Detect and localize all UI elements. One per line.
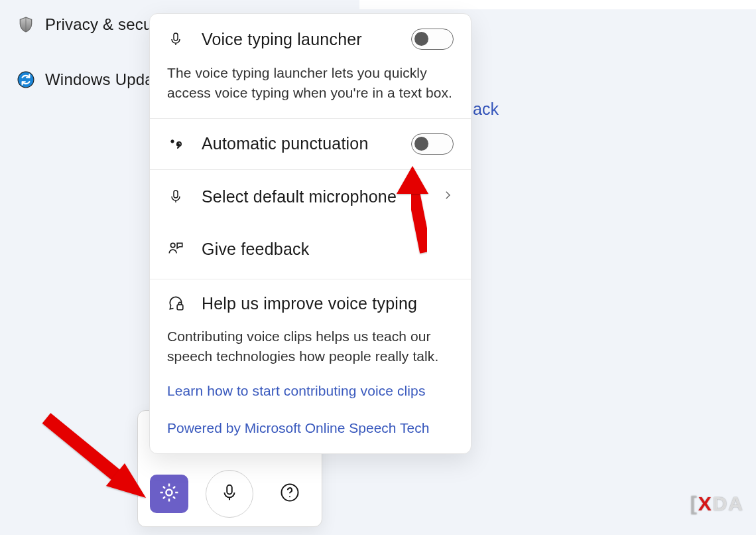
auto-punctuation-section: Automatic punctuation [150, 119, 471, 170]
microphone-icon [220, 483, 239, 505]
svg-point-0 [18, 72, 34, 88]
partial-background-link[interactable]: ack [473, 100, 499, 119]
improve-desc: Contributing voice clips helps us teach … [167, 327, 454, 367]
svg-point-1 [166, 489, 172, 495]
svg-point-4 [289, 496, 290, 497]
microphone-button[interactable] [206, 470, 253, 518]
popover-footer[interactable]: Powered by Microsoft Online Speech Tech [150, 406, 471, 453]
content-area-top [359, 0, 756, 9]
improve-section: Help us improve voice typing Contributin… [150, 279, 471, 406]
gear-icon [158, 481, 180, 506]
improve-link[interactable]: Learn how to start contributing voice cl… [167, 383, 454, 399]
settings-button[interactable] [150, 475, 188, 513]
svg-point-7 [176, 143, 179, 146]
punctuation-icon [167, 136, 184, 152]
auto-punc-toggle[interactable] [411, 133, 454, 155]
svg-rect-8 [174, 191, 178, 198]
voice-launcher-toggle[interactable] [411, 29, 454, 50]
help-icon [280, 483, 300, 505]
voice-launcher-desc: The voice typing launcher lets you quick… [167, 63, 454, 104]
voice-typing-settings-popover: Voice typing launcher The voice typing l… [149, 13, 472, 454]
svg-point-6 [171, 140, 174, 143]
watermark: [XDA [690, 493, 744, 515]
svg-rect-10 [177, 305, 183, 311]
chat-lock-icon [167, 295, 184, 312]
feedback-row[interactable]: Give feedback [150, 224, 471, 279]
voice-launcher-section: Voice typing launcher The voice typing l… [150, 14, 471, 119]
microphone-icon [167, 31, 184, 47]
refresh-icon [17, 69, 34, 90]
improve-title: Help us improve voice typing [202, 294, 454, 313]
help-button[interactable] [271, 475, 309, 513]
feedback-title: Give feedback [202, 240, 454, 259]
chevron-right-icon [442, 189, 454, 204]
svg-rect-5 [174, 33, 178, 40]
svg-point-9 [170, 244, 175, 248]
auto-punc-title: Automatic punctuation [202, 134, 394, 153]
select-mic-title: Select default microphone [202, 187, 424, 206]
voice-launcher-title: Voice typing launcher [202, 30, 394, 49]
svg-rect-2 [227, 485, 232, 495]
microphone-icon [167, 189, 184, 204]
shield-icon [17, 13, 34, 36]
select-mic-row[interactable]: Select default microphone [150, 170, 471, 224]
feedback-icon [167, 240, 184, 258]
